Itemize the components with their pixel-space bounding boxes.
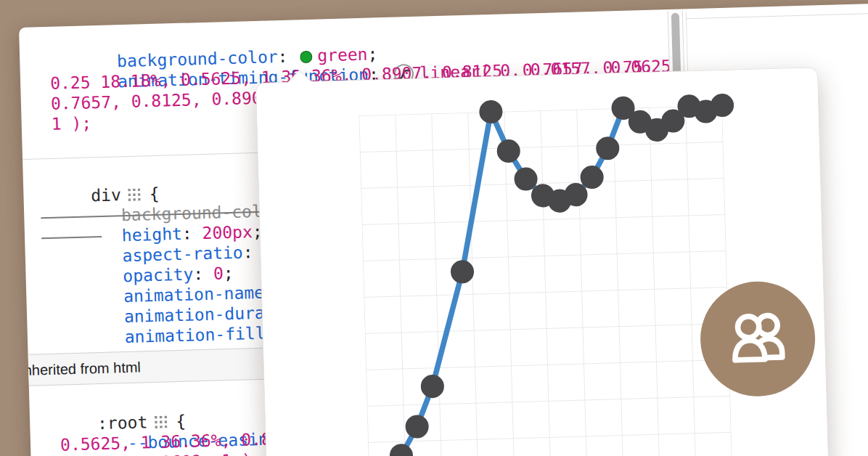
people-icon — [719, 304, 797, 373]
popup-body — [256, 68, 828, 456]
easing-curve-line — [359, 105, 732, 456]
curve-control-point[interactable] — [405, 415, 429, 439]
promo-canvas: background-color: green; animation-timin… — [0, 0, 868, 456]
curve-control-point[interactable] — [451, 260, 475, 284]
curve-control-point[interactable] — [420, 375, 444, 399]
curve-control-point[interactable] — [596, 137, 620, 160]
curve-control-point[interactable] — [479, 99, 503, 123]
easing-editor-popup — [255, 67, 829, 456]
easing-curve-chart — [359, 105, 732, 456]
inherited-from-label: Inherited from html — [20, 359, 141, 378]
right-pane-top-border — [687, 9, 868, 19]
